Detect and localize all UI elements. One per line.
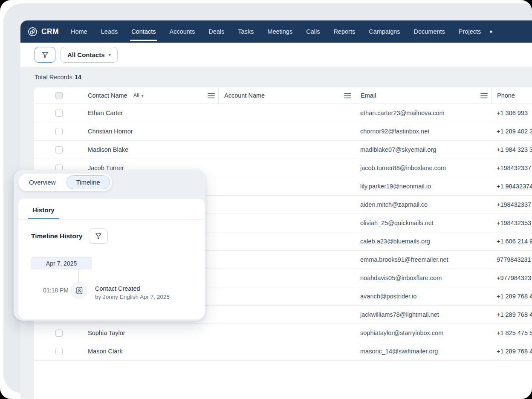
timeline-entry-subtitle: by Jonny English Apr 7, 2025 <box>95 294 170 300</box>
column-header-phone[interactable]: Phone <box>491 87 532 104</box>
nav-more-icon[interactable]: • <box>489 20 492 43</box>
select-all-checkbox[interactable] <box>55 92 63 99</box>
timeline-entry-time: 01:18 PM <box>43 287 69 294</box>
column-menu-icon[interactable] <box>480 93 488 98</box>
nav-item-label: Contacts <box>131 28 156 35</box>
nav-item-label: Projects <box>459 28 481 35</box>
nav-item-leads[interactable]: Leads <box>101 20 118 43</box>
phone-cell: +1 606 214 9 <box>491 238 532 245</box>
table-header-row: Contact NameAll▾Account NameEmailPhone <box>34 87 532 104</box>
nav-item-label: Accounts <box>170 28 195 35</box>
row-checkbox-cell <box>34 330 82 337</box>
phone-cell: +1 984 323 3 <box>491 146 532 153</box>
table-row[interactable]: Madison Blakemadiblake07@skyemail.org+1 … <box>34 141 532 159</box>
contact-card-icon <box>71 282 87 298</box>
column-label: Phone <box>492 92 515 99</box>
column-filter-dropdown[interactable]: All▾ <box>133 93 144 98</box>
email-cell: aiden.mitch@zapmail.co <box>355 201 491 208</box>
column-label: Email <box>355 92 376 99</box>
email-cell: noahdavis05@inboxflare.com <box>355 275 491 281</box>
nav-item-meetings[interactable]: Meetings <box>267 20 292 43</box>
chevron-down-icon: ▾ <box>109 52 111 58</box>
nav-item-label: Campaigns <box>369 28 400 35</box>
record-detail-popup: Overview Timeline History Timeline Histo… <box>14 170 205 321</box>
timeline-history-header: Timeline History <box>31 228 205 244</box>
email-cell: chornor92@fastinbox.net <box>355 128 491 135</box>
nav-item-reports[interactable]: Reports <box>333 20 355 43</box>
header-checkbox-cell <box>34 87 82 104</box>
nav-item-label: Tasks <box>238 28 254 35</box>
table-row[interactable]: Ethan Carterethan.carter23@mailnova.com+… <box>34 104 532 122</box>
contact-name-cell: Mason Clark <box>82 348 218 355</box>
nav-item-label: Reports <box>333 28 355 35</box>
row-checkbox[interactable] <box>55 330 63 337</box>
column-header-account-name[interactable]: Account Name <box>218 87 355 104</box>
email-cell: sophiataylor@starryinbox.com <box>355 330 491 336</box>
phone-cell: +1 98432374 <box>491 183 532 190</box>
timeline-connector-line <box>78 269 79 282</box>
nav-item-documents[interactable]: Documents <box>414 20 445 43</box>
phone-cell: +1 306 993 <box>491 110 532 116</box>
timeline-history-card: History Timeline History Apr 7, 2025 01:… <box>18 199 205 319</box>
phone-cell: +1 289 768 4 <box>491 348 532 355</box>
contact-name-cell: Sophia Taylor <box>82 330 218 336</box>
column-menu-icon[interactable] <box>208 93 215 98</box>
timeline-entry-title: Contact Created <box>95 285 170 292</box>
screen-canvas: CRM HomeLeadsContactsAccountsDealsTasksM… <box>0 0 532 399</box>
row-checkbox[interactable] <box>55 110 63 117</box>
row-checkbox[interactable] <box>55 128 63 135</box>
phone-cell: +1 289 402 3 <box>491 128 532 135</box>
phone-cell: 9779843231 <box>491 256 532 263</box>
nav-item-calls[interactable]: Calls <box>306 20 320 43</box>
crm-brand[interactable]: CRM <box>28 27 59 37</box>
email-cell: lily.parker19@neonmail.io <box>355 183 491 190</box>
column-filter-label: All <box>133 93 139 98</box>
filter-button[interactable] <box>35 47 55 63</box>
email-cell: jackwilliams78@lightmail.net <box>355 311 491 318</box>
nav-item-home[interactable]: Home <box>71 20 87 43</box>
phone-cell: +977984323 <box>491 275 532 281</box>
tab-overview[interactable]: Overview <box>18 179 66 186</box>
view-selector-label: All Contacts <box>67 51 105 58</box>
email-cell: oliviah_25@quickmails.net <box>355 220 491 226</box>
contact-name-cell: Ethan Carter <box>82 110 218 116</box>
row-checkbox[interactable] <box>55 348 63 355</box>
phone-cell: +1 289 768 4 <box>491 293 532 300</box>
row-checkbox-cell <box>34 128 82 135</box>
phone-cell: +198432337 <box>491 201 532 208</box>
row-checkbox-cell <box>34 348 82 355</box>
row-checkbox-cell <box>34 110 82 117</box>
phone-cell: +198432337 <box>491 165 532 171</box>
nav-item-label: Deals <box>208 28 224 35</box>
nav-item-label: Leads <box>101 28 118 35</box>
total-records: Total Records14 <box>35 74 81 81</box>
email-cell: avarich@postrider.io <box>355 293 491 300</box>
column-menu-icon[interactable] <box>344 93 351 98</box>
phone-cell: +1 825 475 5 <box>491 330 532 336</box>
table-row[interactable]: Mason Clarkmasonc_14@swiftmailer.org+1 2… <box>34 342 532 361</box>
nav-item-tasks[interactable]: Tasks <box>238 20 254 43</box>
view-selector-dropdown[interactable]: All Contacts ▾ <box>61 47 118 63</box>
phone-cell: +1 289 768 4 <box>491 311 532 318</box>
row-checkbox-cell <box>34 146 82 153</box>
timeline-entry: Contact Created by Jonny English Apr 7, … <box>95 285 170 300</box>
nav-item-deals[interactable]: Deals <box>208 20 224 43</box>
nav-item-projects[interactable]: Projects <box>459 20 481 43</box>
contact-name-cell: Madison Blake <box>82 146 218 153</box>
table-row[interactable]: Christian Hornorchornor92@fastinbox.net+… <box>34 122 532 141</box>
email-cell: ethan.carter23@mailnova.com <box>355 110 491 116</box>
column-header-email[interactable]: Email <box>355 87 491 104</box>
tab-timeline[interactable]: Timeline <box>66 175 110 189</box>
table-row[interactable]: Sophia Taylorsophiataylor@starryinbox.co… <box>34 324 532 342</box>
column-header-contact-name[interactable]: Contact NameAll▾ <box>82 87 218 104</box>
email-cell: jacob.turner88@inboxlane.com <box>355 165 491 171</box>
tab-history[interactable]: History <box>32 206 55 219</box>
nav-item-accounts[interactable]: Accounts <box>170 20 195 43</box>
timeline-filter-button[interactable] <box>89 228 108 244</box>
nav-item-campaigns[interactable]: Campaigns <box>369 20 400 43</box>
row-checkbox[interactable] <box>55 146 63 153</box>
total-records-label: Total Records <box>35 74 72 81</box>
nav-item-contacts[interactable]: Contacts <box>131 20 156 43</box>
nav-item-label: Documents <box>414 28 445 35</box>
phone-cell: +198432353 <box>491 220 532 226</box>
